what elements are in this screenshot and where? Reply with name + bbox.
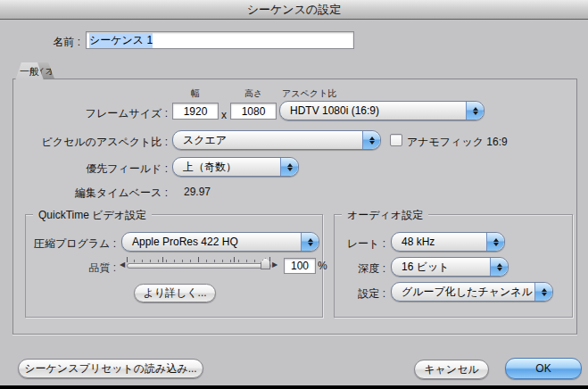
quality-slider[interactable] — [127, 263, 271, 269]
compressor-popup[interactable]: Apple ProRes 422 HQ — [121, 232, 319, 252]
timebase-value: 29.97 — [184, 186, 211, 198]
compressor-label: 圧縮プログラム : — [27, 236, 116, 252]
quality-label: 品質 : — [27, 261, 116, 276]
audio-rate-value: 48 kHz — [392, 233, 486, 251]
height-column-label: 高さ — [230, 87, 277, 100]
pixel-aspect-value: スクエア — [173, 131, 362, 149]
quicktime-group-title: QuickTime ビデオ設定 — [33, 208, 152, 223]
anamorphic-label: アナモフィック 16:9 — [407, 135, 508, 150]
field-dominance-value: 上（奇数） — [173, 158, 280, 176]
field-dominance-popup[interactable]: 上（奇数） — [172, 157, 299, 177]
cancel-button[interactable]: キャンセル — [414, 360, 489, 379]
pixel-aspect-popup[interactable]: スクエア — [172, 130, 381, 150]
popup-arrows-icon — [280, 158, 298, 176]
tab-strip: 一般 ビデオ処理 タイムラインオプション レンダリング制御 オーディオ出力 — [14, 62, 25, 79]
sequence-name-value: シーケンス 1 — [89, 33, 153, 48]
timebase-label: 編集タイムベース : — [18, 186, 168, 201]
aspect-ratio-popup[interactable]: HDTV 1080i (16:9) — [279, 101, 484, 120]
compressor-value: Apple ProRes 422 HQ — [122, 233, 301, 251]
name-label: 名前 : — [18, 35, 80, 50]
width-column-label: 幅 — [172, 87, 219, 100]
field-dominance-label: 優先フィールド : — [18, 161, 168, 177]
anamorphic-checkbox[interactable] — [390, 134, 402, 146]
audio-rate-popup[interactable]: 48 kHz — [391, 232, 505, 252]
popup-arrows-icon — [301, 233, 319, 251]
popup-arrows-icon — [362, 131, 380, 149]
desktop-edge — [0, 385, 588, 389]
audio-depth-label: 深度 : — [321, 261, 385, 277]
frame-size-label: フレームサイズ : — [18, 106, 168, 121]
aspect-ratio-value: HDTV 1080i (16:9) — [280, 102, 466, 120]
slider-increment-icon[interactable]: ▶ — [272, 261, 277, 269]
advanced-button[interactable]: より詳しく... — [134, 284, 216, 302]
slider-decrement-icon[interactable]: ◀ — [120, 261, 125, 269]
audio-depth-popup[interactable]: 16 ビット — [391, 257, 509, 277]
popup-arrows-icon — [490, 258, 508, 276]
quality-input[interactable]: 100 — [284, 258, 316, 274]
audio-group-title: オーディオ設定 — [342, 208, 428, 223]
quality-slider-ticks — [127, 257, 270, 262]
sequence-settings-dialog: シーケンスの設定 名前 : シーケンス 1 一般 ビデオ処理 タイムラインオプシ… — [0, 0, 588, 385]
pixel-aspect-label: ピクセルのアスペクト比 : — [18, 135, 168, 150]
audio-config-label: 設定 : — [321, 286, 385, 302]
window-title: シーケンスの設定 — [247, 2, 342, 18]
title-bar[interactable]: シーケンスの設定 — [0, 0, 588, 20]
audio-depth-value: 16 ビット — [392, 258, 490, 276]
load-sequence-preset-button[interactable]: シーケンスプリセットの読み込み... — [18, 359, 203, 378]
audio-rate-label: レート : — [321, 236, 385, 252]
sequence-name-input[interactable]: シーケンス 1 — [86, 31, 354, 49]
aspect-column-label: アスペクト比 — [282, 87, 336, 100]
ok-button[interactable]: OK — [505, 358, 582, 379]
popup-arrows-icon — [534, 283, 552, 301]
frame-height-input[interactable]: 1080 — [230, 103, 277, 120]
frame-width-input[interactable]: 1920 — [172, 103, 219, 120]
frame-size-separator: x — [221, 109, 227, 121]
audio-config-value: グループ化したチャンネル — [392, 283, 534, 301]
popup-arrows-icon — [466, 102, 484, 120]
popup-arrows-icon — [486, 233, 504, 251]
audio-config-popup[interactable]: グループ化したチャンネル — [391, 282, 553, 302]
